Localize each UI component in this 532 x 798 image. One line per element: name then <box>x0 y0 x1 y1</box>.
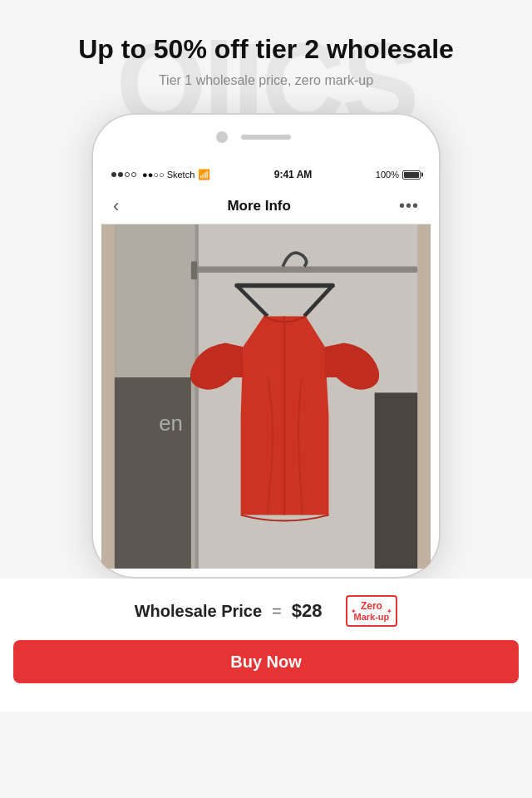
status-right: 100% <box>376 170 421 180</box>
svg-rect-4 <box>191 262 197 280</box>
badge-markup-text: Mark-up <box>354 612 390 622</box>
battery-icon <box>402 170 421 180</box>
back-button[interactable]: ‹ <box>113 195 119 217</box>
status-left: ●●○○ Sketch 📶 <box>111 169 210 180</box>
svg-text:en: en <box>159 412 183 436</box>
battery-fill <box>404 172 419 178</box>
price-value: $28 <box>292 600 323 622</box>
top-section: Up to 50% off tier 2 wholesale Tier 1 wh… <box>0 0 532 105</box>
signal-dot-4 <box>131 172 136 177</box>
badge-zero-text: Zero <box>361 600 382 612</box>
price-row: Wholesale Price = $28 Zero Mark-up <box>0 579 532 640</box>
svg-rect-7 <box>115 377 191 569</box>
phone-screen: ●●○○ Sketch 📶 9:41 AM 100% ‹ More Info •… <box>101 161 431 569</box>
phone-speaker <box>241 135 291 140</box>
svg-rect-3 <box>191 267 417 273</box>
product-image: en <box>101 224 431 569</box>
wifi-icon: 📶 <box>198 169 210 180</box>
zero-markup-badge: Zero Mark-up <box>346 595 398 627</box>
phone-mockup: ●●○○ Sketch 📶 9:41 AM 100% ‹ More Info •… <box>0 113 532 579</box>
svg-rect-8 <box>375 393 418 569</box>
battery-percent: 100% <box>376 170 399 180</box>
nav-title: More Info <box>227 198 291 214</box>
signal-dot-3 <box>125 172 130 177</box>
status-time: 9:41 AM <box>274 169 313 180</box>
more-options-button[interactable]: ••• <box>399 196 419 215</box>
phone-frame: ●●○○ Sketch 📶 9:41 AM 100% ‹ More Info •… <box>91 113 441 579</box>
buy-button-label: Buy Now <box>230 653 302 672</box>
carrier-label: ●●○○ Sketch <box>142 170 195 180</box>
phone-camera <box>216 131 228 143</box>
signal-dot-2 <box>118 172 123 177</box>
bottom-section: Wholesale Price = $28 Zero Mark-up Buy N… <box>0 579 532 712</box>
buy-now-button[interactable]: Buy Now <box>13 640 519 683</box>
price-equals: = <box>272 602 282 621</box>
signal-dot-1 <box>111 172 116 177</box>
status-bar: ●●○○ Sketch 📶 9:41 AM 100% <box>101 161 431 188</box>
headline: Up to 50% off tier 2 wholesale <box>25 33 507 65</box>
subheadline: Tier 1 wholesale price, zero mark-up <box>25 73 507 88</box>
signal-dots <box>111 172 136 177</box>
nav-bar: ‹ More Info ••• <box>101 188 431 224</box>
dress-illustration: en <box>101 224 431 569</box>
price-label: Wholesale Price <box>135 602 262 621</box>
